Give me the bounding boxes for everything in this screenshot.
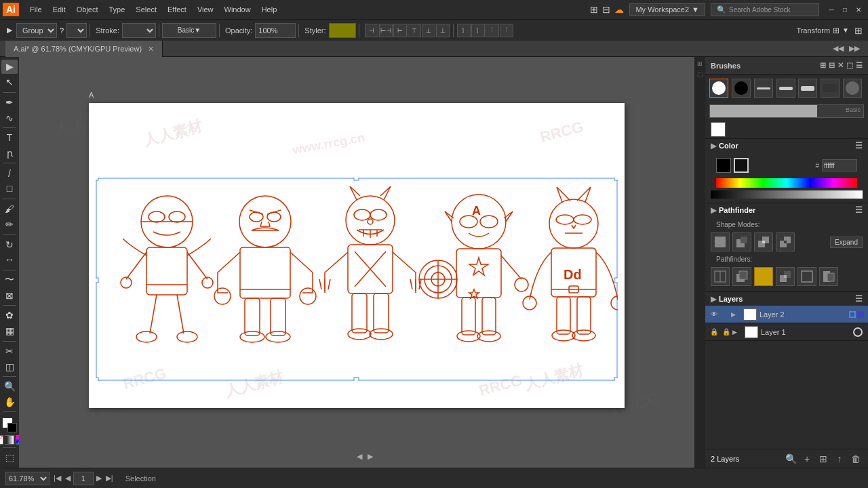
align-bottom-button[interactable]: ⊥ <box>436 24 450 37</box>
align-left-button[interactable]: ⊣ <box>365 24 378 37</box>
brightness-bar[interactable] <box>711 190 863 199</box>
selection-tool[interactable]: ▶ <box>1 60 18 74</box>
brush-color-swatch[interactable] <box>711 122 726 137</box>
last-page-button[interactable]: ▶| <box>104 474 115 483</box>
layer-expand-arrow[interactable]: ▶ <box>731 311 741 318</box>
text-tool[interactable]: T <box>1 131 18 145</box>
rotate-tool[interactable]: ↻ <box>1 237 18 251</box>
align-center-h-button[interactable]: ⊢⊣ <box>379 24 393 37</box>
panel-collapse-button[interactable]: ◀◀ <box>830 44 846 53</box>
distribute-v-button[interactable]: ⦚ <box>471 24 485 37</box>
layers-panel-header[interactable]: ▶ Layers ☰ <box>705 292 868 306</box>
color-menu-icon[interactable]: ☰ <box>855 141 863 150</box>
layer-expand-arrow-2[interactable]: ▶ <box>732 329 742 336</box>
stock-search[interactable]: 🔍 Search Adobe Stock <box>711 3 819 16</box>
brush-size-bar[interactable]: Basic <box>709 104 864 118</box>
divide-button[interactable] <box>711 267 730 286</box>
direct-selection-tool[interactable]: ↖ <box>1 75 18 89</box>
brush-item-6[interactable] <box>821 79 840 98</box>
scroll-left-arrow[interactable]: ◀ <box>357 452 362 461</box>
width-tool[interactable]: ⊠ <box>1 288 18 302</box>
crop-button[interactable] <box>776 267 795 286</box>
layer-visibility-hidden[interactable]: 🔒 <box>708 326 720 338</box>
stroke-color-swatch[interactable] <box>7 423 17 432</box>
pathfinder-header[interactable]: ▶ Pathfinder ☰ <box>705 203 868 217</box>
search-layers-button[interactable]: 🔍 <box>784 452 797 466</box>
move-layer-up-button[interactable]: ↑ <box>833 452 846 466</box>
zoom-tool[interactable]: 🔍 <box>1 380 18 394</box>
rectangle-tool[interactable]: □ <box>1 182 18 196</box>
opacity-input[interactable]: 100% <box>255 23 296 38</box>
artboard-tool[interactable]: ⬚ <box>1 451 18 465</box>
minimize-button[interactable]: ─ <box>825 3 838 16</box>
panel-expand-right-button[interactable]: ▶▶ <box>846 44 863 53</box>
menu-type[interactable]: Type <box>104 0 131 19</box>
arrange-icon[interactable]: ⊞ <box>590 4 598 15</box>
menu-file[interactable]: File <box>24 0 47 19</box>
panel-expand-button[interactable]: ⊞ <box>854 25 863 36</box>
touch-type-tool[interactable]: ꞃ <box>1 146 18 161</box>
scroll-right-arrow[interactable]: ▶ <box>368 452 373 461</box>
menu-help[interactable]: Help <box>256 0 283 19</box>
minus-front-button[interactable] <box>732 232 751 251</box>
doc-close-button[interactable]: ✕ <box>148 45 154 53</box>
menu-select[interactable]: Select <box>130 0 162 19</box>
stroke-fill-bar[interactable]: Basic ▼ <box>162 23 216 38</box>
side-icon-1[interactable]: ⊞ <box>695 59 705 68</box>
zoom-selector[interactable]: 61.78% 50% 100% <box>5 472 50 485</box>
prev-page-button[interactable]: ◀ <box>64 474 72 483</box>
arrange2-icon[interactable]: ⊟ <box>602 4 610 15</box>
brushes-icon-3[interactable]: ✕ <box>837 61 844 70</box>
gradient-icon[interactable] <box>5 435 14 445</box>
close-button[interactable]: ✕ <box>852 3 865 16</box>
unite-button[interactable] <box>711 232 730 251</box>
hand-tool[interactable]: ✋ <box>1 395 18 409</box>
canvas-area[interactable]: 人人素材 RRCG 人人素材 RRCG www.rrcg.cn A 人人素材 R… <box>19 57 694 468</box>
layers-menu-icon[interactable]: ☰ <box>855 294 863 304</box>
align-center-v-button[interactable]: ⊥ <box>422 24 435 37</box>
align-top-button[interactable]: ⊤ <box>408 24 421 37</box>
layer-lock-icon[interactable]: 🔒 <box>720 326 732 338</box>
paintbrush-tool[interactable]: 🖌 <box>1 202 18 216</box>
brush-item-2[interactable] <box>732 79 751 98</box>
add-layer-button[interactable]: + <box>800 452 814 466</box>
brushes-icon-1[interactable]: ⊞ <box>820 61 826 70</box>
color-hex-input[interactable] <box>822 159 857 171</box>
distribute-h-button[interactable]: ⦚ <box>457 24 471 37</box>
group-selector[interactable]: Group <box>16 23 57 38</box>
menu-edit[interactable]: Edit <box>47 0 71 19</box>
first-page-button[interactable]: |◀ <box>52 474 62 483</box>
brushes-icon-4[interactable]: ⬚ <box>846 61 853 70</box>
layer-options-button[interactable]: ⊞ <box>816 452 830 466</box>
column-graph-tool[interactable]: ▦ <box>1 324 18 338</box>
warp-tool[interactable]: 〜 <box>1 273 18 287</box>
workspace-selector[interactable]: My Workspace2 ▼ <box>629 3 705 16</box>
layer-visibility-eye[interactable]: 👁 <box>708 308 720 321</box>
color-spectrum[interactable] <box>716 178 857 188</box>
align-right-button[interactable]: ⊢ <box>393 24 407 37</box>
slice-tool[interactable]: ✂ <box>1 344 18 358</box>
menu-object[interactable]: Object <box>71 0 104 19</box>
distribute3-button[interactable]: ⦙ <box>486 24 499 37</box>
menu-effect[interactable]: Effect <box>162 0 192 19</box>
side-icon-2[interactable]: ⬚ <box>695 70 705 79</box>
stroke-selector[interactable] <box>122 23 156 38</box>
menu-view[interactable]: View <box>192 0 219 19</box>
expand-button[interactable]: Expand <box>830 237 863 248</box>
distribute4-button[interactable]: ⦙ <box>500 24 513 37</box>
pen-tool[interactable]: ✒ <box>1 95 18 109</box>
exclude-button[interactable] <box>776 232 795 251</box>
curvature-tool[interactable]: ∿ <box>1 110 18 125</box>
eraser-tool[interactable]: ◫ <box>1 359 18 373</box>
intersect-button[interactable] <box>754 232 773 251</box>
cloud-icon[interactable]: ☁ <box>614 4 624 15</box>
document-tab[interactable]: A.ai* @ 61.78% (CMYK/GPU Preview) ✕ <box>5 41 163 57</box>
minus-back-button[interactable] <box>819 267 838 286</box>
transform-dropdown[interactable]: ▼ <box>842 26 849 34</box>
next-page-button[interactable]: ▶ <box>95 474 103 483</box>
brush-item-7[interactable] <box>843 79 862 98</box>
brush-item-5[interactable] <box>798 79 817 98</box>
trim-button[interactable] <box>732 267 751 286</box>
merge-button[interactable] <box>754 267 773 286</box>
menu-window[interactable]: Window <box>219 0 256 19</box>
